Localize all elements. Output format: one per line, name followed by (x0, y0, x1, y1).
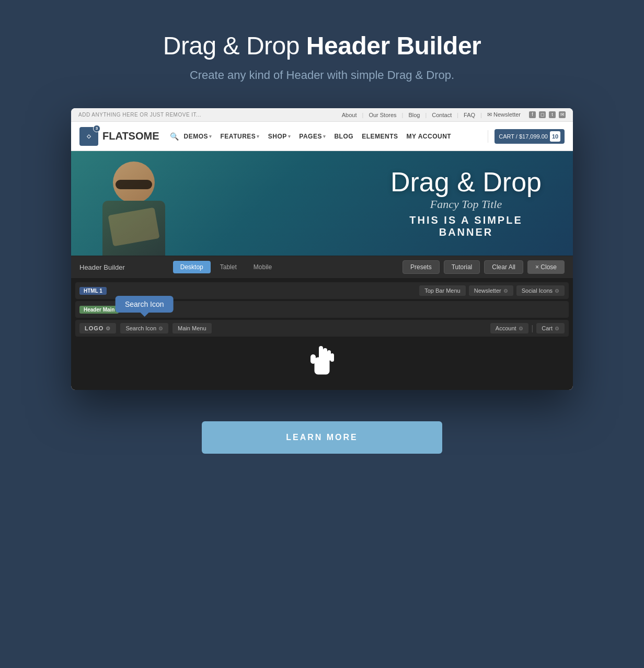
builder-main-row: LOGO ⚙ Search Icon Search Icon ⚙ Main Me… (75, 320, 569, 337)
newsletter-gear-icon: ⚙ (503, 288, 508, 294)
cursor-area (75, 337, 569, 386)
header-builder-label: Header Builder (79, 263, 125, 271)
tab-desktop[interactable]: Desktop (173, 261, 211, 273)
nav-blog[interactable]: BLOG (334, 133, 353, 140)
email-icon[interactable]: ✉ (559, 111, 566, 118)
newsletter-widget[interactable]: Newsletter ⚙ (469, 285, 513, 296)
nav-divider (488, 130, 488, 143)
nav-demos[interactable]: DEMOS ▾ (184, 133, 212, 140)
site-nav: ◇ 3 FLATSOME 🔍 DEMOS ▾ FEATURES ▾ SHOP ▾… (71, 122, 573, 151)
nav-right: CART / $17,099.00 10 (488, 129, 565, 144)
person-head (113, 162, 155, 203)
topbar-faq[interactable]: FAQ (464, 112, 475, 118)
search-icon-label: Search Icon (125, 325, 156, 331)
topbar-right: About | Our Stores | Blog | Contact | FA… (342, 111, 566, 118)
tab-tablet[interactable]: Tablet (213, 261, 244, 273)
sunglasses (116, 180, 152, 189)
logo-text: FLATSOME (102, 130, 159, 142)
social-gear-icon: ⚙ (555, 288, 559, 294)
site-topbar: ADD ANYTHING HERE OR JUST REMOVE IT... A… (71, 108, 573, 122)
topbar-social: f ◻ t ✉ (529, 111, 566, 118)
topbar-stores[interactable]: Our Stores (369, 112, 396, 118)
site-logo: ◇ 3 FLATSOME (79, 127, 159, 146)
facebook-icon[interactable]: f (529, 111, 536, 118)
topbar-left-text: ADD ANYTHING HERE OR JUST REMOVE IT... (78, 112, 201, 118)
svg-rect-5 (330, 353, 334, 362)
banner-text: Drag & Drop Fancy Top Title THIS IS A SI… (390, 168, 542, 238)
top-row-right: Top Bar Menu Newsletter ⚙ Social Icons ⚙ (419, 285, 565, 296)
header-builder-bar: Header Builder Desktop Tablet Mobile Pre… (71, 256, 573, 278)
header-main-section: Header Main LOGO ⚙ Search Icon Search Ic… (75, 301, 569, 386)
nav-elements[interactable]: ELEMENTS (362, 133, 398, 140)
twitter-icon[interactable]: t (549, 111, 556, 118)
cart-widget[interactable]: Cart ⚙ (536, 323, 565, 333)
svg-rect-3 (327, 350, 331, 361)
svg-rect-4 (310, 354, 316, 364)
search-icon-widget[interactable]: Search Icon Search Icon ⚙ (120, 323, 168, 333)
logo-badge: 3 (93, 125, 100, 132)
pipe-separator: | (532, 324, 534, 332)
nav-items: DEMOS ▾ FEATURES ▾ SHOP ▾ PAGES ▾ BLOG E… (184, 133, 488, 140)
account-widget[interactable]: Account ⚙ (490, 323, 528, 333)
banner-fancy-title: Fancy Top Title (390, 198, 542, 211)
close-button[interactable]: × Close (527, 260, 565, 274)
banner-person (71, 151, 228, 256)
cart-button[interactable]: CART / $17,099.00 10 (494, 129, 565, 144)
nav-myaccount[interactable]: MY ACCOUNT (406, 133, 451, 140)
social-icons-widget[interactable]: Social Icons ⚙ (516, 285, 565, 296)
nav-shop[interactable]: SHOP ▾ (268, 133, 291, 140)
nav-features[interactable]: FEATURES ▾ (221, 133, 260, 140)
site-banner: Drag & Drop Fancy Top Title THIS IS A SI… (71, 151, 573, 256)
topbar-contact[interactable]: Contact (432, 112, 452, 118)
account-gear-icon: ⚙ (519, 326, 523, 331)
svg-rect-2 (323, 348, 327, 361)
cursor-hand-icon (306, 342, 338, 384)
builder-actions: Presets Tutorial Clear All × Close (402, 260, 565, 274)
browser-mockup: ADD ANYTHING HERE OR JUST REMOVE IT... A… (71, 108, 573, 390)
search-icon-tooltip: Search Icon (116, 296, 174, 313)
topbar-blog[interactable]: Blog (408, 112, 420, 118)
topbar-newsletter[interactable]: ✉ Newsletter (487, 111, 521, 118)
builder-device-tabs: Desktop Tablet Mobile (173, 261, 279, 273)
main-menu-widget[interactable]: Main Menu (172, 323, 211, 333)
logo-label: LOGO (85, 325, 104, 331)
logo-widget[interactable]: LOGO ⚙ (79, 323, 116, 333)
header-main-pill: Header Main (79, 306, 119, 314)
search-icon[interactable]: 🔍 (170, 132, 179, 141)
svg-rect-1 (319, 346, 323, 361)
banner-title: Drag & Drop (390, 168, 542, 195)
topbar-about[interactable]: About (342, 112, 357, 118)
page-title: Drag & Drop Header Builder (163, 31, 481, 60)
clear-all-button[interactable]: Clear All (484, 260, 523, 274)
search-icon-gear: ⚙ (158, 326, 163, 331)
cart-count: 10 (550, 131, 560, 142)
cart-gear-icon: ⚙ (555, 326, 559, 331)
banner-subtitle: THIS IS A SIMPLE BANNER (390, 214, 542, 238)
builder-canvas: HTML 1 Top Bar Menu Newsletter ⚙ Social … (71, 278, 573, 390)
learn-more-button[interactable]: LEARN MORE (202, 421, 442, 454)
html1-pill: HTML 1 (79, 287, 107, 295)
nav-pages[interactable]: PAGES ▾ (299, 133, 326, 140)
person-body (102, 201, 165, 256)
page-subtitle: Create any kind of Header with simple Dr… (190, 68, 454, 82)
top-bar-menu-widget[interactable]: Top Bar Menu (419, 285, 465, 296)
tab-mobile[interactable]: Mobile (246, 261, 279, 273)
logo-icon: ◇ 3 (79, 127, 98, 146)
logo-gear-icon: ⚙ (106, 326, 111, 331)
right-widgets: Account ⚙ | Cart ⚙ (490, 323, 565, 333)
presets-button[interactable]: Presets (402, 260, 440, 274)
instagram-icon[interactable]: ◻ (539, 111, 546, 118)
cart-label: CART / $17,099.00 (499, 133, 548, 140)
tutorial-button[interactable]: Tutorial (444, 260, 480, 274)
